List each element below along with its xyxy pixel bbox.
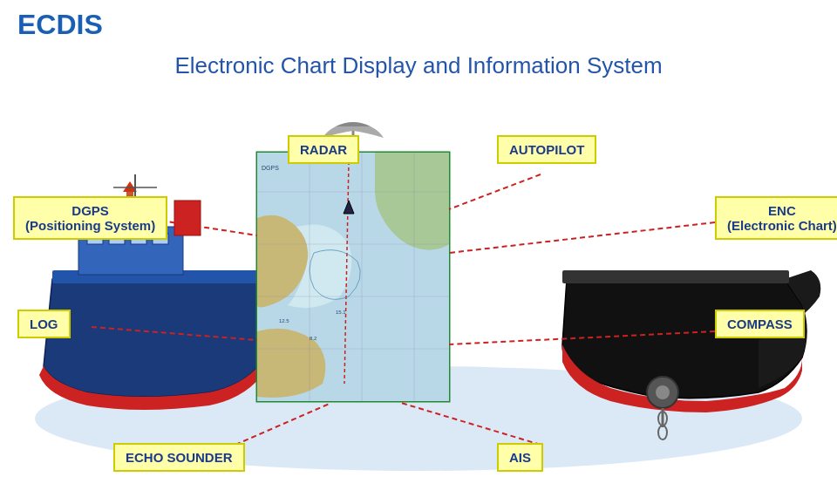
- log-label: LOG: [17, 310, 71, 338]
- radar-label: RADAR: [288, 135, 359, 164]
- svg-text:8.2: 8.2: [310, 336, 317, 341]
- ais-label: AIS: [497, 443, 543, 472]
- svg-text:DGPS: DGPS: [262, 165, 279, 171]
- autopilot-label: AUTOPILOT: [497, 135, 596, 164]
- compass-label: COMPASS: [715, 310, 805, 338]
- enc-label: ENC (Electronic Chart): [715, 196, 837, 240]
- svg-text:12.5: 12.5: [279, 318, 289, 324]
- dgps-label: DGPS (Positioning System): [13, 196, 167, 240]
- svg-line-38: [449, 222, 715, 253]
- svg-point-15: [656, 385, 670, 399]
- svg-text:15.1: 15.1: [336, 310, 346, 315]
- svg-rect-13: [562, 270, 789, 283]
- diagram-svg: DGPS 12.5 8.2 15.1: [0, 0, 837, 504]
- svg-rect-8: [174, 201, 201, 235]
- svg-line-37: [449, 174, 541, 209]
- enc-chart-display: DGPS 12.5 8.2 15.1: [257, 153, 449, 401]
- echo-sounder-label: ECHO SOUNDER: [113, 443, 245, 472]
